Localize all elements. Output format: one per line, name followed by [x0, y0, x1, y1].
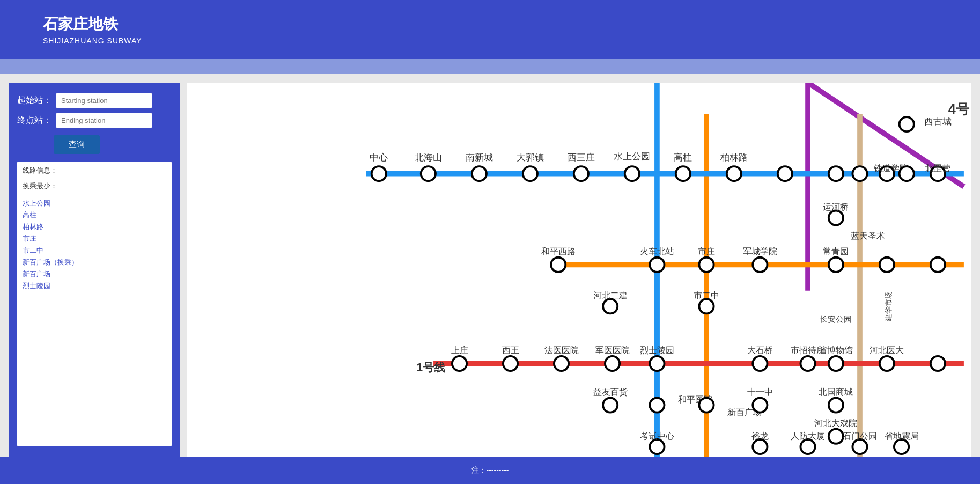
subheader-strip: [0, 59, 980, 74]
svg-point-14: [574, 166, 588, 181]
svg-point-30: [551, 258, 565, 272]
svg-text:大郭镇: 大郭镇: [517, 152, 544, 163]
svg-point-15: [625, 166, 639, 181]
svg-point-58: [800, 356, 815, 371]
svg-point-69: [699, 398, 713, 412]
svg-text:军城学院: 军城学院: [743, 247, 777, 256]
svg-point-50: [554, 356, 569, 371]
end-label: 终点站：: [17, 115, 51, 126]
svg-point-56: [753, 356, 767, 371]
station-list-item[interactable]: 高柱: [23, 209, 166, 221]
route-info-panel: 线路信息： 换乘最少： 水上公园高柱柏林路市庄市二中新百广场（换乘）新百广场烈士…: [17, 162, 172, 446]
svg-point-52: [605, 356, 620, 371]
svg-text:建华市场: 建华市场: [885, 291, 893, 322]
svg-text:烈士陵园: 烈士陵园: [640, 346, 674, 355]
svg-point-40: [880, 258, 894, 272]
start-station-row: 起始站：: [17, 93, 172, 108]
station-list-item[interactable]: 烈士陵园: [23, 280, 166, 292]
svg-point-81: [800, 439, 815, 454]
svg-text:军医医院: 军医医院: [595, 346, 630, 355]
svg-point-17: [727, 166, 741, 181]
svg-point-75: [829, 429, 843, 444]
station-list-item[interactable]: 新百广场（换乘）: [23, 256, 166, 268]
station-list-item[interactable]: 柏林路: [23, 221, 166, 233]
svg-text:市二中: 市二中: [694, 291, 719, 300]
svg-text:十一中: 十一中: [747, 387, 773, 397]
svg-point-10: [372, 166, 386, 181]
subway-map-container[interactable]: 中心 北海山 南新城 大郭镇 西三庄 水上公园 高柱 柏林路 和平西路 火车北站…: [187, 83, 971, 457]
svg-text:省地震局: 省地震局: [885, 431, 919, 441]
svg-point-13: [523, 166, 537, 181]
svg-text:高柱: 高柱: [674, 152, 692, 163]
footer: 注：---------: [0, 457, 980, 484]
station-list: 水上公园高柱柏林路市庄市二中新百广场（换乘）新百广场烈士陵园: [23, 197, 166, 292]
svg-text:西三庄: 西三庄: [568, 152, 595, 163]
svg-text:河北医大: 河北医大: [870, 346, 904, 355]
svg-text:火车北站: 火车北站: [640, 247, 674, 256]
svg-text:常青园: 常青园: [823, 247, 849, 256]
svg-point-19: [829, 166, 843, 181]
transfer-label: 换乘最少：: [23, 181, 166, 191]
svg-text:水上公园: 水上公园: [614, 151, 650, 162]
svg-text:河北大戏院: 河北大戏院: [814, 419, 857, 428]
start-station-input[interactable]: [56, 93, 152, 108]
svg-point-16: [676, 166, 690, 181]
left-panel: 起始站： 终点站： 查询 线路信息： 换乘最少： 水上公园高柱柏林路市庄市二中新…: [9, 83, 180, 457]
svg-point-67: [603, 398, 617, 412]
svg-point-46: [452, 356, 467, 371]
svg-point-73: [829, 398, 843, 412]
header: 石家庄地铁 SHIJIAZHUANG SUBWAY: [0, 0, 980, 59]
station-list-item[interactable]: 水上公园: [23, 197, 166, 209]
svg-text:石门公园: 石门公园: [843, 431, 877, 441]
svg-point-60: [829, 356, 843, 371]
svg-text:市庄: 市庄: [698, 247, 715, 256]
svg-text:运河桥: 运河桥: [823, 203, 849, 212]
svg-point-79: [753, 439, 767, 454]
svg-point-32: [650, 258, 664, 272]
svg-point-85: [894, 439, 909, 454]
footer-note: 注：---------: [471, 466, 509, 475]
svg-point-44: [603, 299, 617, 313]
svg-point-48: [503, 356, 518, 371]
main-content: 起始站： 终点站： 查询 线路信息： 换乘最少： 水上公园高柱柏林路市庄市二中新…: [0, 74, 980, 457]
station-list-item[interactable]: 新百广场: [23, 268, 166, 280]
svg-point-77: [650, 439, 664, 454]
svg-text:裕龙: 裕龙: [751, 431, 769, 441]
start-label: 起始站：: [17, 95, 51, 106]
svg-text:南新城: 南新城: [466, 152, 493, 163]
svg-text:北罡营: 北罡营: [925, 164, 950, 173]
station-list-item[interactable]: 市二中: [23, 245, 166, 256]
svg-text:西古城: 西古城: [924, 116, 952, 127]
svg-point-93: [829, 210, 843, 225]
station-list-item[interactable]: 市庄: [23, 233, 166, 245]
svg-point-54: [650, 356, 664, 371]
svg-text:北海山: 北海山: [415, 152, 442, 163]
svg-point-71: [753, 398, 767, 412]
svg-point-42: [699, 299, 713, 313]
svg-text:蓝天圣术: 蓝天圣术: [851, 231, 885, 240]
query-button[interactable]: 查询: [54, 135, 100, 154]
svg-text:和平西路: 和平西路: [541, 247, 576, 256]
svg-text:考试中心: 考试中心: [640, 431, 674, 441]
svg-text:西王: 西王: [502, 346, 519, 355]
svg-point-11: [421, 166, 436, 181]
svg-text:益友百货: 益友百货: [593, 387, 628, 397]
svg-point-12: [472, 166, 487, 181]
svg-point-34: [699, 258, 713, 272]
svg-text:河北二建: 河北二建: [593, 291, 628, 300]
end-station-input[interactable]: [56, 113, 152, 128]
svg-text:长安公园: 长安公园: [820, 315, 852, 324]
svg-point-65: [650, 398, 664, 412]
svg-point-18: [778, 166, 792, 181]
svg-text:法医医院: 法医医院: [544, 346, 579, 355]
svg-text:大石桥: 大石桥: [747, 346, 773, 355]
svg-text:上庄: 上庄: [451, 346, 468, 355]
svg-text:1号线: 1号线: [416, 361, 446, 374]
route-info-title: 线路信息：: [23, 166, 166, 178]
svg-point-38: [829, 258, 843, 272]
svg-point-83: [852, 439, 867, 454]
subway-map-svg: 中心 北海山 南新城 大郭镇 西三庄 水上公园 高柱 柏林路 和平西路 火车北站…: [187, 83, 971, 457]
svg-point-89: [852, 166, 867, 181]
end-station-row: 终点站：: [17, 113, 172, 128]
svg-point-87: [900, 117, 914, 131]
